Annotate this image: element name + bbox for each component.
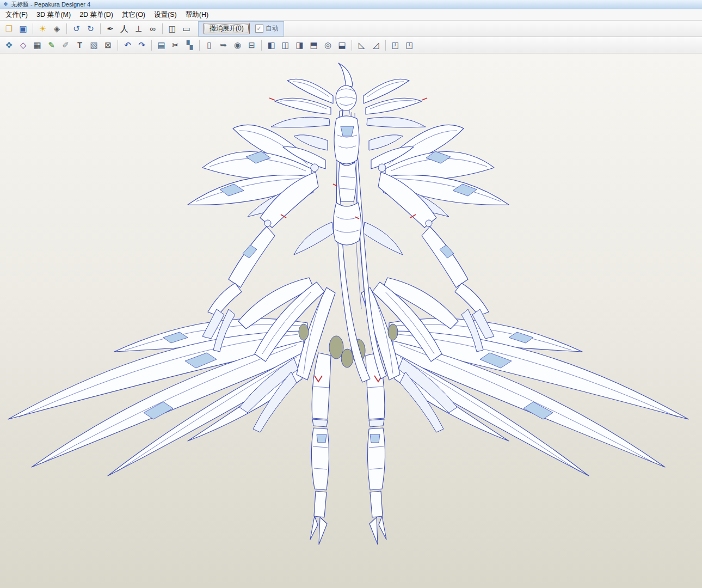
erase-line-icon[interactable]: ✐ <box>59 38 72 52</box>
insert-image-icon[interactable]: ▧ <box>87 38 101 52</box>
window-title: 无标题 - Pepakura Designer 4 <box>11 1 90 9</box>
align-left-icon[interactable]: ◧ <box>264 38 278 52</box>
layout-single-icon[interactable]: ▭ <box>180 22 193 35</box>
toolbar-separator <box>162 23 163 34</box>
toolbar-separator <box>33 23 33 34</box>
toolbar-separator <box>261 40 262 51</box>
toolbar-separator <box>66 23 67 34</box>
model-3d-view[interactable] <box>0 53 702 588</box>
rotate-view-right-icon[interactable]: ↻ <box>84 22 97 35</box>
rotate-right-45-icon[interactable]: ◿ <box>369 38 383 52</box>
bounding-frame-icon[interactable]: ◰ <box>389 38 402 52</box>
toolbar-secondary: ✥◇▦✎✐T▧⊠↶↷▤✂▚▯➥◉⊟◧◫◨⬒◎⬓◺◿◰◳ <box>0 37 702 53</box>
align-right-icon[interactable]: ◨ <box>293 38 306 52</box>
undo-icon[interactable]: ↶ <box>121 38 134 52</box>
export-page-icon[interactable]: ➥ <box>217 38 230 52</box>
toolbar-separator <box>118 40 118 51</box>
texture-view-icon[interactable]: ◈ <box>50 22 64 35</box>
toolbar-separator <box>100 23 101 34</box>
toolbar-main: ❒▣☀◈↺↻✒人⊥∞◫▭ 撤消展开(0) ✓ 自动 <box>0 21 702 37</box>
align-center-v-icon[interactable]: ◎ <box>321 38 335 52</box>
draw-line-icon[interactable]: ✎ <box>45 38 58 52</box>
auto-checkbox[interactable]: ✓ <box>255 24 263 33</box>
menu-bar: 文件(F)3D 菜单(M)2D 菜单(D)其它(O)设置(S)帮助(H) <box>0 9 702 21</box>
edge-pattern-icon[interactable]: ▦ <box>30 38 44 52</box>
menu-item-2d-menu[interactable]: 2D 菜单(D) <box>75 10 118 20</box>
select-face-icon[interactable]: ◇ <box>16 38 30 52</box>
paint-tool-icon[interactable]: ✒ <box>103 22 117 35</box>
rotate-left-45-icon[interactable]: ◺ <box>355 38 368 52</box>
menu-item-3d-menu[interactable]: 3D 菜单(M) <box>32 10 75 20</box>
undo-unfold-button[interactable]: 撤消展开(0) <box>204 23 250 34</box>
box-3d-icon[interactable]: ⊠ <box>101 38 115 52</box>
rotate-view-left-icon[interactable]: ↺ <box>70 22 83 35</box>
open-file-icon[interactable]: ❒ <box>2 22 16 35</box>
unfold-panel: 撤消展开(0) ✓ 自动 <box>198 21 284 36</box>
capture-view-icon[interactable]: ◉ <box>231 38 244 52</box>
save-file-icon[interactable]: ▣ <box>16 22 30 35</box>
align-bottom-icon[interactable]: ⬓ <box>335 38 349 52</box>
page-setup-icon[interactable]: ▯ <box>202 38 216 52</box>
select-move-icon[interactable]: ✥ <box>2 38 16 52</box>
auto-checkbox-label: 自动 <box>266 24 279 33</box>
resize-frame-icon[interactable]: ◳ <box>403 38 416 52</box>
app-icon: ❖ <box>3 2 8 7</box>
toolbar-separator <box>385 40 386 51</box>
menu-item-others[interactable]: 其它(O) <box>118 10 150 20</box>
link-edges-icon[interactable]: ∞ <box>146 22 159 35</box>
open-book-icon[interactable]: ▤ <box>155 38 168 52</box>
measure-tool-icon[interactable]: ⊥ <box>132 22 145 35</box>
app-window: ❖ 无标题 - Pepakura Designer 4 文件(F)3D 菜单(M… <box>0 0 702 588</box>
toolbar-main-icons: ❒▣☀◈↺↻✒人⊥∞◫▭ <box>2 22 193 35</box>
align-top-icon[interactable]: ⬒ <box>307 38 321 52</box>
join-parts-icon[interactable]: ✂ <box>169 38 182 52</box>
toggle-light-icon[interactable]: ☀ <box>36 22 50 35</box>
toolbar-separator <box>151 40 152 51</box>
menu-item-file[interactable]: 文件(F) <box>1 10 32 20</box>
redo-icon[interactable]: ↷ <box>135 38 149 52</box>
menu-item-help[interactable]: 帮助(H) <box>181 10 213 20</box>
title-bar: ❖ 无标题 - Pepakura Designer 4 <box>0 0 702 9</box>
arrange-parts-icon[interactable]: ▚ <box>183 38 196 52</box>
pose-model-icon[interactable]: 人 <box>118 22 131 35</box>
text-tool-icon[interactable]: T <box>73 38 87 52</box>
toolbar-separator <box>199 40 200 51</box>
layout-split-vertical-icon[interactable]: ◫ <box>165 22 179 35</box>
print-icon[interactable]: ⊟ <box>245 38 258 52</box>
3d-viewport[interactable] <box>0 53 702 588</box>
align-center-h-icon[interactable]: ◫ <box>279 38 292 52</box>
toolbar-separator <box>352 40 352 51</box>
menu-item-settings[interactable]: 设置(S) <box>150 10 181 20</box>
auto-unfold-option[interactable]: ✓ 自动 <box>255 24 279 33</box>
